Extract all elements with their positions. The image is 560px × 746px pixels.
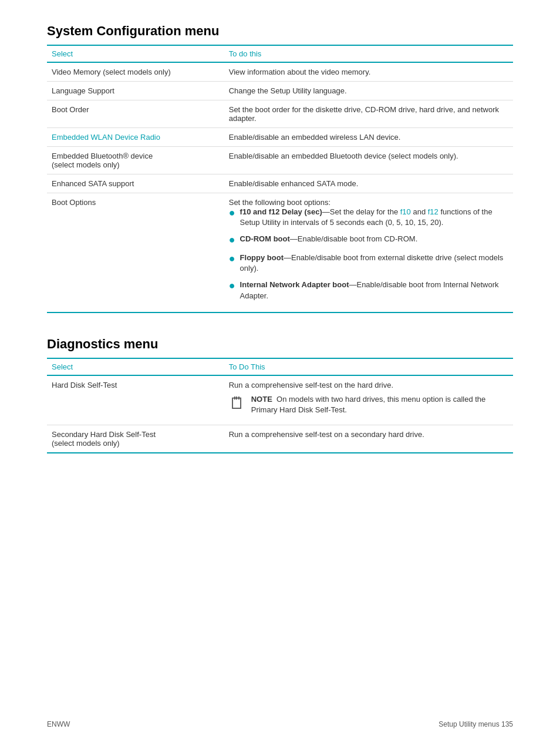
select-cell: Embedded Bluetooth® device(select models… bbox=[47, 147, 224, 174]
do-cell: Enable/disable an embedded wireless LAN … bbox=[224, 128, 513, 147]
boot-options-list: ● f10 and f12 Delay (sec)—Set the delay … bbox=[229, 207, 508, 301]
diagnostics-section: Diagnostics menu Select To Do This Hard … bbox=[47, 337, 513, 453]
select-cell: Enhanced SATA support bbox=[47, 174, 224, 193]
diagnostics-title: Diagnostics menu bbox=[47, 337, 513, 352]
select-cell: Boot Order bbox=[47, 100, 224, 128]
bullet-icon: ● bbox=[229, 253, 235, 266]
system-config-title: System Configuration menu bbox=[47, 23, 513, 39]
hard-disk-desc: Run a comprehensive self-test on the har… bbox=[229, 381, 508, 389]
do-cell: Set the following boot options: ● f10 an… bbox=[224, 193, 513, 312]
list-item: ● f10 and f12 Delay (sec)—Set the delay … bbox=[229, 207, 508, 228]
select-cell: Language Support bbox=[47, 82, 224, 100]
select-cell: Secondary Hard Disk Self-Test(select mod… bbox=[47, 425, 224, 453]
table-row: Language Support Change the Setup Utilit… bbox=[47, 82, 513, 100]
bullet-icon: ● bbox=[229, 280, 235, 293]
table-row: Boot Order Set the boot order for the di… bbox=[47, 100, 513, 128]
select-cell: Video Memory (select models only) bbox=[47, 62, 224, 82]
bullet-content: f10 and f12 Delay (sec)—Set the delay fo… bbox=[240, 207, 508, 228]
do-cell: Run a comprehensive self-test on the har… bbox=[224, 375, 513, 425]
bullet-content: Internal Network Adapter boot—Enable/dis… bbox=[240, 280, 508, 301]
list-item: ● Floppy boot—Enable/disable boot from e… bbox=[229, 253, 508, 274]
bullet-content: Floppy boot—Enable/disable boot from ext… bbox=[240, 253, 508, 274]
table-row: Hard Disk Self-Test Run a comprehensive … bbox=[47, 375, 513, 425]
select-cell: Hard Disk Self-Test bbox=[47, 375, 224, 425]
page-footer: ENWW Setup Utility menus 135 bbox=[47, 720, 513, 728]
bullet-icon: ● bbox=[229, 207, 235, 220]
footer-left: ENWW bbox=[47, 720, 70, 728]
do-cell: Change the Setup Utility language. bbox=[224, 82, 513, 100]
f10-link[interactable]: f10 bbox=[400, 207, 411, 216]
system-config-table: Select To do this Video Memory (select m… bbox=[47, 45, 513, 313]
boot-options-intro: Set the following boot options: bbox=[229, 198, 508, 207]
diagnostics-col1-header: Select bbox=[47, 358, 224, 375]
page-content: System Configuration menu Select To do t… bbox=[47, 23, 513, 453]
select-cell: Embedded WLAN Device Radio bbox=[47, 128, 224, 147]
table-row: Enhanced SATA support Enable/disable enh… bbox=[47, 174, 513, 193]
bullet-content: CD-ROM boot—Enable/disable boot from CD-… bbox=[240, 234, 418, 244]
footer-right: Setup Utility menus 135 bbox=[438, 720, 513, 728]
do-cell: Enable/disable enhanced SATA mode. bbox=[224, 174, 513, 193]
f12-link[interactable]: f12 bbox=[428, 207, 438, 216]
bullet-icon: ● bbox=[229, 234, 235, 247]
do-cell: Enable/disable an embedded Bluetooth dev… bbox=[224, 147, 513, 174]
system-config-col2-header: To do this bbox=[224, 45, 513, 62]
list-item: ● CD-ROM boot—Enable/disable boot from C… bbox=[229, 234, 508, 247]
system-config-col1-header: Select bbox=[47, 45, 224, 62]
diagnostics-table: Select To Do This Hard Disk Self-Test Ru… bbox=[47, 358, 513, 453]
table-row: Secondary Hard Disk Self-Test(select mod… bbox=[47, 425, 513, 453]
do-cell: Run a comprehensive self-test on a secon… bbox=[224, 425, 513, 453]
list-item: ● Internal Network Adapter boot—Enable/d… bbox=[229, 280, 508, 301]
table-row: Video Memory (select models only) View i… bbox=[47, 62, 513, 82]
table-row: Embedded WLAN Device Radio Enable/disabl… bbox=[47, 128, 513, 147]
note-text: NOTE On models with two hard drives, thi… bbox=[251, 394, 508, 415]
note-icon: 🗒 bbox=[229, 395, 245, 412]
select-cell: Boot Options bbox=[47, 193, 224, 312]
note-label: NOTE bbox=[251, 395, 272, 404]
table-row: Boot Options Set the following boot opti… bbox=[47, 193, 513, 312]
do-cell: View information about the video memory. bbox=[224, 62, 513, 82]
note-box: 🗒 NOTE On models with two hard drives, t… bbox=[229, 394, 508, 415]
diagnostics-col2-header: To Do This bbox=[224, 358, 513, 375]
system-config-section: System Configuration menu Select To do t… bbox=[47, 23, 513, 313]
do-cell: Set the boot order for the diskette driv… bbox=[224, 100, 513, 128]
table-row: Embedded Bluetooth® device(select models… bbox=[47, 147, 513, 174]
